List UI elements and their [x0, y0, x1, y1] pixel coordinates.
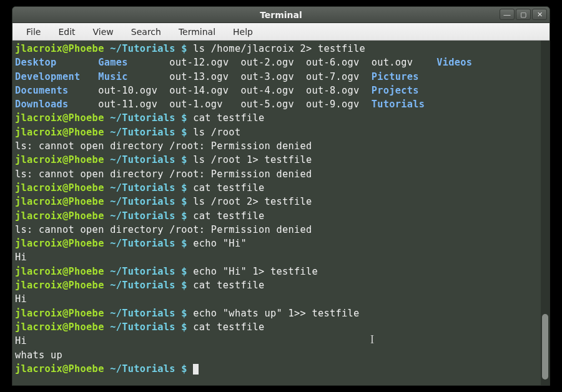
prompt-user: jlacroix@Phoebe [15, 182, 104, 194]
prompt-path: ~/Tutorials $ [110, 210, 187, 222]
ls-file: out-1.ogv [169, 99, 240, 110]
scrollbar-track[interactable] [541, 41, 550, 385]
ls-file: out-6.ogv [306, 57, 372, 68]
ls-dir: Videos [436, 57, 472, 68]
output-line: whats up [15, 350, 62, 361]
ls-file: out.ogv [372, 57, 437, 68]
terminal-output[interactable]: jlacroix@Phoebe ~/Tutorials $ ls /home/j… [12, 41, 541, 385]
ls-file [436, 99, 472, 110]
command-text: echo "Hi" 1> testfile [193, 266, 318, 277]
prompt-user: jlacroix@Phoebe [15, 266, 104, 277]
output-line: ls: cannot open directory /root: Permiss… [15, 140, 312, 152]
prompt-path: ~/Tutorials $ [110, 154, 187, 165]
prompt-user: jlacroix@Phoebe [15, 280, 104, 291]
menubar: File Edit View Search Terminal Help [12, 23, 550, 41]
ls-dir: Pictures [372, 71, 419, 82]
command-text: ls /root 1> testfile [193, 154, 312, 165]
prompt-path: ~/Tutorials $ [110, 280, 187, 291]
prompt-path: ~/Tutorials $ [110, 266, 187, 277]
prompt-user: jlacroix@Phoebe [15, 196, 104, 207]
prompt-user: jlacroix@Phoebe [15, 43, 104, 54]
menu-help[interactable]: Help [224, 24, 262, 39]
command-text: ls /root 2> testfile [193, 196, 312, 207]
minimize-button[interactable]: — [500, 9, 515, 20]
terminal-area: jlacroix@Phoebe ~/Tutorials $ ls /home/j… [12, 41, 550, 385]
command-text: echo "Hi" [193, 238, 247, 249]
command-text: cat testfile [193, 210, 264, 222]
ls-file: out-10.ogv [98, 85, 169, 96]
prompt-path: ~/Tutorials $ [110, 112, 187, 124]
menu-search[interactable]: Search [122, 24, 170, 39]
command-text: ls /home/jlacroix 2> testfile [193, 43, 365, 54]
maximize-icon: ▢ [520, 11, 526, 19]
prompt-user: jlacroix@Phoebe [15, 363, 104, 375]
output-line: Hi [15, 335, 27, 346]
ls-file: out-14.ogv [169, 85, 240, 96]
ls-file: out-4.ogv [240, 85, 306, 96]
command-text: echo "whats up" 1>> testfile [193, 308, 359, 319]
ls-file: out-11.ogv [98, 99, 169, 110]
ls-dir: Desktop [15, 57, 57, 68]
ls-file: out-13.ogv [169, 71, 240, 82]
ls-file: out-2.ogv [240, 57, 306, 68]
block-cursor [193, 364, 199, 375]
prompt-path: ~/Tutorials $ [110, 308, 187, 319]
command-text: cat testfile [193, 182, 264, 194]
titlebar[interactable]: Terminal — ▢ ✕ [12, 7, 550, 23]
ls-dir: Music [98, 71, 128, 82]
prompt-user: jlacroix@Phoebe [15, 112, 104, 124]
window-controls: — ▢ ✕ [500, 9, 547, 20]
ls-file: out-3.ogv [240, 71, 306, 82]
command-text: cat testfile [193, 112, 264, 124]
ls-file [436, 85, 472, 96]
maximize-button[interactable]: ▢ [516, 9, 531, 20]
prompt-user: jlacroix@Phoebe [15, 127, 104, 138]
ls-file [436, 71, 472, 82]
prompt-user: jlacroix@Phoebe [15, 321, 104, 333]
prompt-path: ~/Tutorials $ [110, 43, 187, 54]
prompt-user: jlacroix@Phoebe [15, 154, 104, 165]
ls-dir: Development [15, 71, 81, 82]
menu-file[interactable]: File [17, 24, 49, 39]
prompt-path: ~/Tutorials $ [110, 196, 187, 207]
ls-dir: Games [98, 57, 128, 68]
minimize-icon: — [504, 11, 511, 18]
command-text: cat testfile [193, 280, 264, 291]
terminal-window: Terminal — ▢ ✕ File Edit View Search Ter… [12, 6, 550, 386]
ls-dir: Projects [372, 85, 419, 96]
output-line: Hi [15, 293, 27, 305]
prompt-path: ~/Tutorials $ [110, 238, 187, 249]
ls-file: out-7.ogv [306, 71, 372, 82]
ls-file: out-8.ogv [306, 85, 372, 96]
menu-terminal[interactable]: Terminal [170, 24, 224, 39]
prompt-path: ~/Tutorials $ [110, 182, 187, 194]
window-title: Terminal [260, 10, 302, 20]
prompt-path: ~/Tutorials $ [110, 127, 187, 138]
prompt-user: jlacroix@Phoebe [15, 308, 104, 319]
output-line: ls: cannot open directory /root: Permiss… [15, 224, 312, 235]
scrollbar-thumb[interactable] [542, 314, 548, 380]
command-text: ls /root [193, 127, 240, 138]
ls-file: out-5.ogv [240, 99, 306, 110]
ls-file: out-9.ogv [306, 99, 372, 110]
close-button[interactable]: ✕ [532, 9, 547, 20]
command-text: cat testfile [193, 321, 264, 333]
output-line: ls: cannot open directory /root: Permiss… [15, 169, 312, 180]
ls-dir: Downloads [15, 99, 69, 110]
output-line: Hi [15, 252, 27, 263]
ls-file: out-12.ogv [169, 57, 240, 68]
prompt-path: ~/Tutorials $ [110, 363, 187, 375]
menu-edit[interactable]: Edit [49, 24, 84, 39]
ls-dir: Tutorials [372, 99, 425, 110]
menu-view[interactable]: View [84, 24, 122, 39]
ls-dir: Documents [15, 85, 69, 96]
prompt-user: jlacroix@Phoebe [15, 210, 104, 222]
prompt-user: jlacroix@Phoebe [15, 238, 104, 249]
close-icon: ✕ [537, 11, 543, 19]
prompt-path: ~/Tutorials $ [110, 321, 187, 333]
